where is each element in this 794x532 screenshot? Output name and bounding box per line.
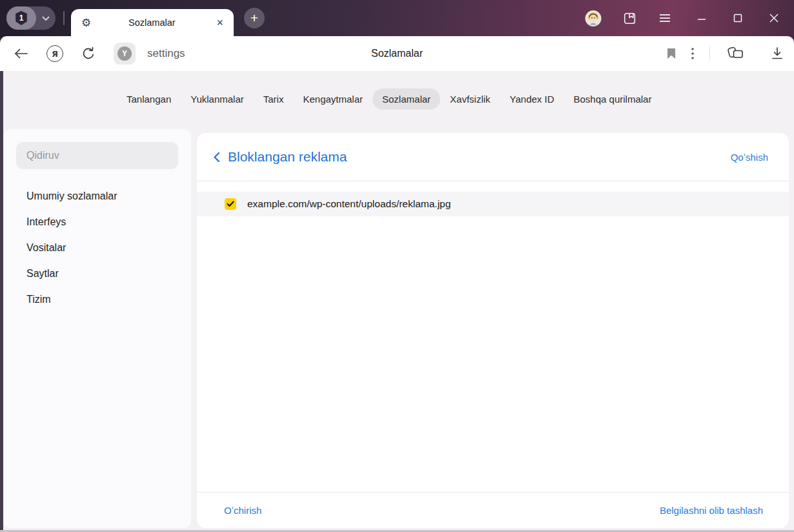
tab-close-icon[interactable]: × — [212, 16, 227, 30]
tab-tanlangan[interactable]: Tanlangan — [117, 88, 181, 110]
delete-link[interactable]: Oʻchirish — [224, 505, 261, 516]
add-link[interactable]: Qoʻshish — [731, 152, 768, 163]
search-input[interactable] — [26, 150, 168, 161]
kebab-menu-icon[interactable] — [691, 48, 694, 59]
navbar-right — [667, 36, 784, 71]
settings-tabs: Tanlangan Yuklanmalar Tarix Kengaytmalar… — [0, 71, 794, 127]
plus-icon: + — [250, 10, 258, 26]
page-title: Sozlamalar — [371, 48, 423, 59]
sidebar-item-umumiy-sozlamalar[interactable]: Umumiy sozlamalar — [3, 183, 191, 209]
clear-selection-link[interactable]: Belgilashni olib tashlash — [660, 505, 763, 516]
tab-counter-button[interactable]: 1 — [6, 6, 56, 30]
item-checkbox[interactable] — [225, 198, 236, 210]
sidebar-search-box[interactable] — [16, 142, 178, 169]
site-badge[interactable]: Y — [114, 43, 136, 65]
minimize-button[interactable] — [693, 10, 710, 26]
titlebar-separator — [63, 11, 65, 25]
site-favicon: Y — [117, 46, 132, 61]
notifications-icon[interactable] — [621, 10, 638, 26]
section-title: Bloklangan reklama — [228, 149, 347, 165]
blocked-ads-panel: Bloklangan reklama Qoʻshish example.com/… — [197, 133, 789, 528]
new-tab-button[interactable]: + — [244, 8, 265, 28]
chevron-down-icon — [42, 16, 50, 21]
tab-xavfsizlik[interactable]: Xavfsizlik — [440, 88, 500, 110]
panel-spacer — [197, 216, 789, 492]
tab-boshqa-qurilmalar[interactable]: Boshqa qurilmalar — [564, 88, 662, 110]
tab-title: Sozlamalar — [91, 17, 212, 28]
tab-count: 1 — [19, 14, 24, 23]
download-icon[interactable] — [771, 46, 784, 61]
collections-icon[interactable] — [726, 45, 745, 62]
navbar-left: Я Y settings — [0, 43, 185, 65]
site-favicon-glyph: Y — [122, 49, 127, 58]
tab-yuklanmalar[interactable]: Yuklanmalar — [181, 88, 254, 110]
profile-avatar[interactable] — [585, 10, 602, 26]
titlebar: 1 ⚙ Sozlamalar × + — [0, 0, 794, 36]
sidebar-nav-list: Umumiy sozlamalar Interfeys Vositalar Sa… — [3, 183, 191, 312]
tab-sozlamalar[interactable]: Sozlamalar — [372, 88, 440, 110]
active-browser-tab[interactable]: ⚙ Sozlamalar × — [71, 9, 234, 36]
navbar-separator — [709, 46, 710, 61]
close-window-button[interactable] — [766, 10, 782, 26]
sidebar-item-tizim[interactable]: Tizim — [3, 287, 191, 312]
address-url[interactable]: settings — [147, 47, 185, 60]
blocked-url: example.com/wp-content/uploads/reklama.j… — [247, 198, 451, 210]
settings-gear-icon: ⚙ — [81, 16, 91, 29]
sidebar-item-saytlar[interactable]: Saytlar — [3, 261, 191, 287]
avatar-image — [585, 10, 602, 27]
panel-footer: Oʻchirish Belgilashni olib tashlash — [197, 492, 789, 528]
tab-yandex-id[interactable]: Yandex ID — [500, 88, 564, 110]
browser-window: 1 ⚙ Sozlamalar × + — [0, 0, 794, 532]
tab-counter-badge[interactable]: 1 — [6, 6, 36, 30]
tab-kengaytmalar[interactable]: Kengaytmalar — [293, 88, 372, 110]
refresh-button[interactable] — [81, 46, 96, 61]
back-chevron-icon[interactable] — [213, 152, 220, 163]
panel-header: Bloklangan reklama Qoʻshish — [197, 133, 789, 181]
sidebar-item-interfeys[interactable]: Interfeys — [3, 209, 191, 235]
menu-icon[interactable] — [657, 10, 674, 26]
bookmark-icon[interactable] — [667, 48, 676, 59]
navbar: Я Y settings Sozlamalar — [0, 36, 794, 71]
tab-list-dropdown[interactable] — [36, 16, 56, 21]
sidebar-item-vositalar[interactable]: Vositalar — [3, 235, 191, 261]
settings-sidebar: Umumiy sozlamalar Interfeys Vositalar Sa… — [3, 129, 191, 528]
header-divider — [197, 181, 789, 181]
titlebar-right-controls — [585, 10, 782, 26]
list-item: example.com/wp-content/uploads/reklama.j… — [197, 192, 789, 216]
tab-tarix[interactable]: Tarix — [254, 88, 294, 110]
maximize-button[interactable] — [729, 10, 746, 26]
yandex-logo-icon[interactable]: Я — [46, 45, 63, 62]
blocked-ads-list: example.com/wp-content/uploads/reklama.j… — [197, 192, 789, 216]
yandex-logo-glyph: Я — [52, 49, 58, 59]
back-button[interactable] — [14, 48, 28, 59]
checkmark-icon — [227, 201, 234, 207]
tab-count-shield-icon: 1 — [14, 11, 28, 25]
